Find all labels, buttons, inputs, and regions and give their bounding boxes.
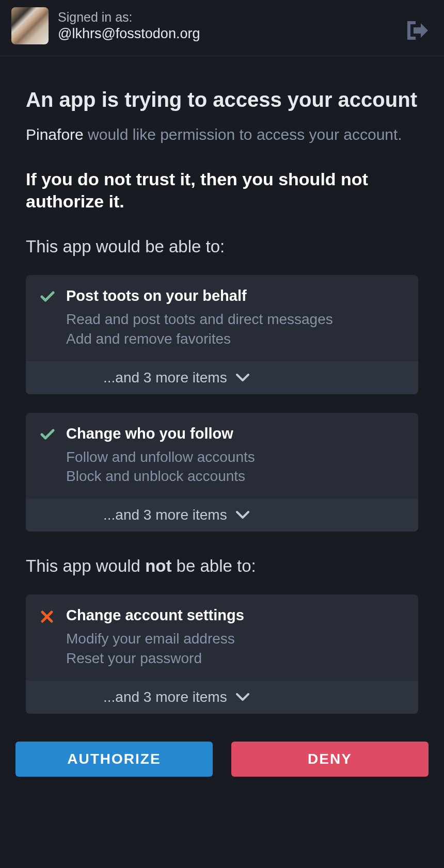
sign-out-button[interactable]	[405, 18, 431, 43]
able-to-label: This app would be able to:	[26, 237, 418, 256]
user-handle: @lkhrs@fosstodon.org	[58, 26, 200, 42]
permission-text: Post toots on your behalf Read and post …	[66, 287, 404, 349]
chevron-down-icon	[235, 693, 250, 702]
more-items-label: ...and 3 more items	[103, 689, 227, 705]
not-able-bold: not	[145, 556, 171, 575]
permission-body: Change who you follow Follow and unfollo…	[26, 413, 418, 499]
permission-description: Follow and unfollow accounts Block and u…	[66, 447, 404, 487]
sign-out-icon	[405, 19, 430, 42]
not-able-suffix: be able to:	[171, 556, 256, 575]
permission-desc-line: Follow and unfollow accounts	[66, 447, 404, 467]
header: Signed in as: @lkhrs@fosstodon.org	[0, 0, 444, 56]
expand-more-button[interactable]: ...and 3 more items	[26, 499, 418, 532]
permission-desc-line: Modify your email address	[66, 629, 404, 649]
check-icon	[40, 425, 66, 487]
action-buttons: AUTHORIZE DENY	[0, 714, 444, 797]
check-icon	[40, 287, 66, 349]
permission-title: Change who you follow	[66, 425, 404, 442]
permission-text: Change who you follow Follow and unfollo…	[66, 425, 404, 487]
permission-desc-line: Block and unblock accounts	[66, 467, 404, 486]
cross-icon	[40, 607, 66, 668]
permission-suffix: would like permission to access your acc…	[84, 126, 402, 143]
permission-description: Read and post toots and direct messages …	[66, 310, 404, 349]
permission-text: Change account settings Modify your emai…	[66, 607, 404, 668]
deny-button[interactable]: DENY	[231, 742, 429, 777]
permission-title: Change account settings	[66, 607, 404, 624]
avatar	[11, 7, 49, 44]
trust-warning: If you do not trust it, then you should …	[26, 168, 418, 212]
signed-in-label: Signed in as:	[58, 10, 200, 25]
permission-body: Post toots on your behalf Read and post …	[26, 275, 418, 361]
permission-card: Change account settings Modify your emai…	[26, 594, 418, 714]
permission-desc-line: Read and post toots and direct messages	[66, 310, 404, 329]
authorize-button[interactable]: AUTHORIZE	[15, 742, 213, 777]
not-able-to-label: This app would not be able to:	[26, 556, 418, 576]
requesting-app-name: Pinafore	[26, 126, 84, 143]
content: An app is trying to access your account …	[0, 56, 444, 714]
expand-more-button[interactable]: ...and 3 more items	[26, 361, 418, 394]
permission-description: Modify your email address Reset your pas…	[66, 629, 404, 668]
more-items-label: ...and 3 more items	[103, 369, 227, 386]
permission-title: Post toots on your behalf	[66, 287, 404, 304]
permission-card: Change who you follow Follow and unfollo…	[26, 413, 418, 532]
permission-request-text: Pinafore would like permission to access…	[26, 124, 418, 144]
not-able-prefix: This app would	[26, 556, 145, 575]
expand-more-button[interactable]: ...and 3 more items	[26, 681, 418, 714]
permission-body: Change account settings Modify your emai…	[26, 594, 418, 681]
permission-card: Post toots on your behalf Read and post …	[26, 275, 418, 394]
chevron-down-icon	[235, 510, 250, 520]
page-title: An app is trying to access your account	[26, 87, 418, 112]
more-items-label: ...and 3 more items	[103, 507, 227, 523]
permission-desc-line: Reset your password	[66, 649, 404, 668]
chevron-down-icon	[235, 373, 250, 382]
signed-in-block: Signed in as: @lkhrs@fosstodon.org	[58, 10, 200, 42]
permission-desc-line: Add and remove favorites	[66, 329, 404, 349]
